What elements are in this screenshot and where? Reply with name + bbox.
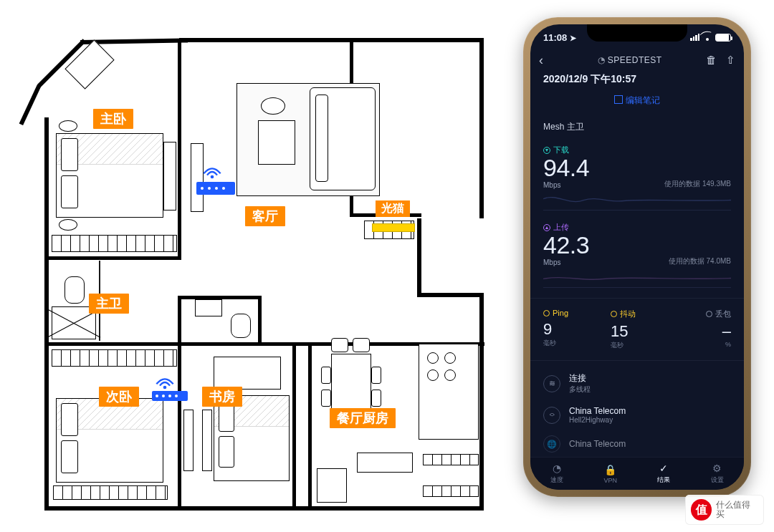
label-study: 书房 (202, 387, 242, 407)
upload-value: 42.3 (543, 233, 589, 257)
router-second-bedroom (152, 391, 188, 401)
server-row[interactable]: 🌐 China Telecom (543, 435, 731, 453)
tab-vpn[interactable]: 🔒 VPN (584, 458, 638, 490)
lock-icon: 🔒 (604, 464, 616, 475)
nav-bar: ‹ ◔ SPEEDTEST 🗑 ⇧ (530, 49, 744, 72)
wifi-icon: ⌔ (543, 407, 560, 424)
download-icon: ▾ (543, 147, 550, 154)
tab-bar: ◔ 速度 🔒 VPN ✓ 结果 ⚙ 设置 (530, 457, 744, 490)
wifi-icon (155, 374, 175, 391)
label-living-room: 客厅 (245, 206, 285, 226)
label-second-bedroom: 次卧 (99, 387, 139, 407)
gear-icon: ⚙ (712, 463, 722, 474)
tab-settings[interactable]: ⚙ 设置 (691, 458, 745, 490)
back-button[interactable]: ‹ (539, 53, 553, 68)
result-timestamp: 2020/12/9 下午10:57 (543, 73, 731, 86)
upload-metric: ▴ 上传 42.3 Mbps 使用的数据 74.0MB (543, 222, 731, 288)
ping-metric: Ping 9 毫秒 (543, 309, 596, 350)
wifi-icon (202, 163, 222, 180)
tv-unit-second (183, 410, 194, 471)
download-value: 94.4 (543, 155, 589, 180)
bed-study (214, 395, 290, 481)
jitter-metric: 抖动 15 毫秒 (611, 309, 664, 350)
phone-screen: 11:08 ➤ ‹ ◔ SPEEDTEST 🗑 ⇧ 202 (530, 24, 744, 490)
upload-icon: ▴ (543, 224, 550, 231)
gauge-icon: ◔ (553, 463, 561, 474)
tab-speed[interactable]: ◔ 速度 (530, 458, 584, 490)
connection-icon: ≋ (543, 375, 560, 392)
tv-unit-study (202, 410, 212, 471)
wifi-status-icon (702, 34, 712, 41)
network-name: Mesh 主卫 (543, 121, 731, 133)
watermark-logo-icon: 值 (691, 499, 712, 521)
label-master-bath: 主卫 (89, 294, 129, 314)
edit-note-button[interactable]: 编辑笔记 (543, 95, 731, 107)
svg-point-0 (211, 175, 214, 179)
packet-loss-metric: 丢包 – % (678, 309, 731, 350)
location-icon: ➤ (570, 34, 576, 42)
label-kitchen-dining: 餐厅厨房 (330, 408, 396, 428)
bed-second (56, 398, 163, 483)
globe-icon: 🌐 (543, 435, 560, 453)
watermark: 值 什么值得买 (685, 495, 764, 525)
toilet-master (64, 276, 85, 304)
download-metric: ▾ 下载 94.4 Mbps 使用的数据 149.3MB (543, 145, 731, 211)
upload-unit: Mbps (543, 258, 589, 266)
check-icon: ✓ (659, 463, 668, 474)
battery-icon (715, 34, 731, 42)
tab-results[interactable]: ✓ 结果 (637, 458, 691, 490)
watermark-text: 什么值得买 (716, 500, 758, 519)
gauge-icon: ◔ (598, 55, 605, 65)
delete-button[interactable]: 🗑 (706, 54, 717, 67)
speedtest-result: 2020/12/9 下午10:57 编辑笔记 Mesh 主卫 ▾ 下载 94.4… (530, 72, 744, 457)
download-unit: Mbps (543, 181, 589, 189)
label-modem: 光猫 (376, 200, 410, 217)
ping-icon (543, 310, 550, 316)
cellular-signal-icon (690, 34, 699, 41)
router-living (196, 182, 235, 195)
connection-row[interactable]: ≋ 连接 多线程 (543, 372, 731, 395)
phone-mockup: 11:08 ➤ ‹ ◔ SPEEDTEST 🗑 ⇧ 202 (523, 17, 751, 497)
bed-master (56, 133, 163, 218)
upload-sparkline (543, 269, 731, 288)
dining-table (331, 354, 371, 417)
share-button[interactable]: ⇧ (726, 54, 735, 67)
phone-notch (587, 24, 687, 42)
fridge (317, 468, 347, 503)
loss-icon (706, 311, 712, 317)
jitter-icon (611, 311, 617, 317)
floorplan-diagram: 主卧 客厅 光猫 主卫 次卧 书房 餐厅厨房 (22, 13, 494, 518)
toilet-second (231, 314, 251, 338)
tv-unit-master (163, 142, 176, 211)
upload-data-used: 使用的数据 74.0MB (669, 256, 731, 266)
modem-device (372, 223, 415, 232)
svg-point-1 (163, 386, 167, 390)
status-clock: 11:08 ➤ (543, 32, 576, 43)
download-sparkline (543, 192, 731, 211)
isp-row[interactable]: ⌔ China Telecom Hell2Highway (543, 406, 731, 424)
coffee-table (258, 120, 295, 165)
app-title: ◔ SPEEDTEST (553, 55, 706, 65)
label-master-bedroom: 主卧 (93, 109, 133, 129)
sink (357, 453, 413, 473)
download-data-used: 使用的数据 149.3MB (664, 179, 731, 189)
